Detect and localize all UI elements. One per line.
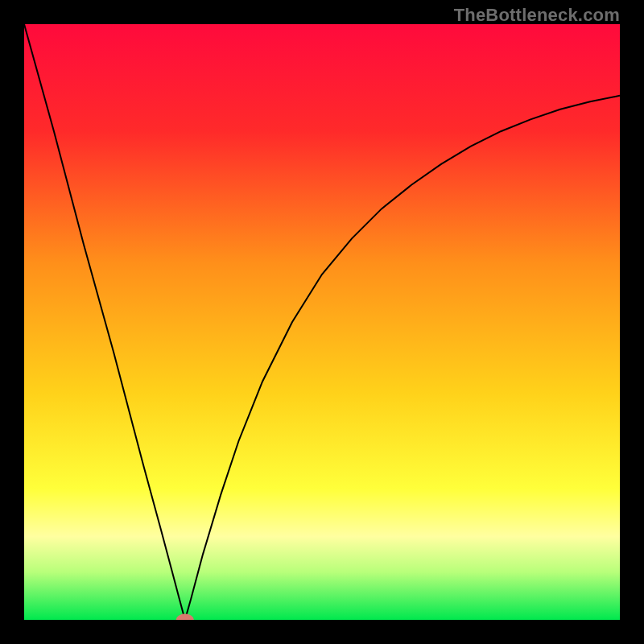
watermark-text: TheBottleneck.com xyxy=(454,5,620,26)
bottleneck-chart xyxy=(24,24,620,620)
chart-background xyxy=(24,24,620,620)
